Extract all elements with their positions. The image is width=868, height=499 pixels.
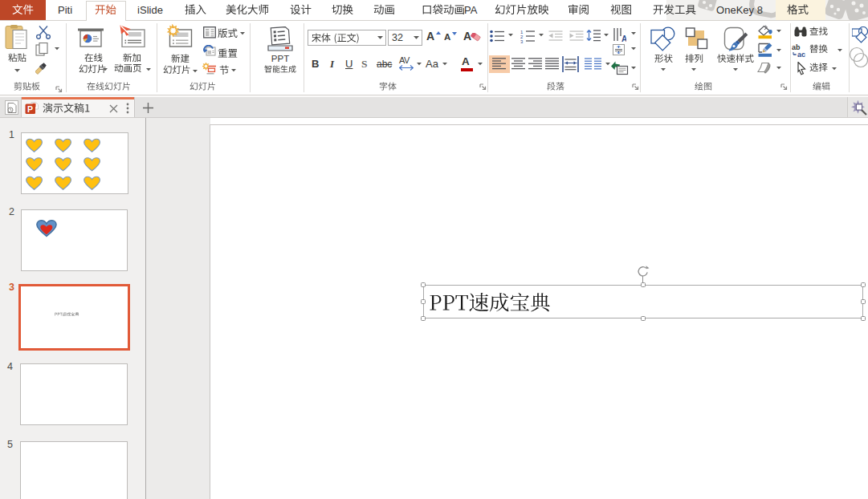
svg-text:A: A — [621, 34, 626, 42]
svg-text:3: 3 — [520, 39, 524, 44]
svg-text:P: P — [27, 104, 33, 114]
svg-text:ac: ac — [797, 51, 805, 58]
